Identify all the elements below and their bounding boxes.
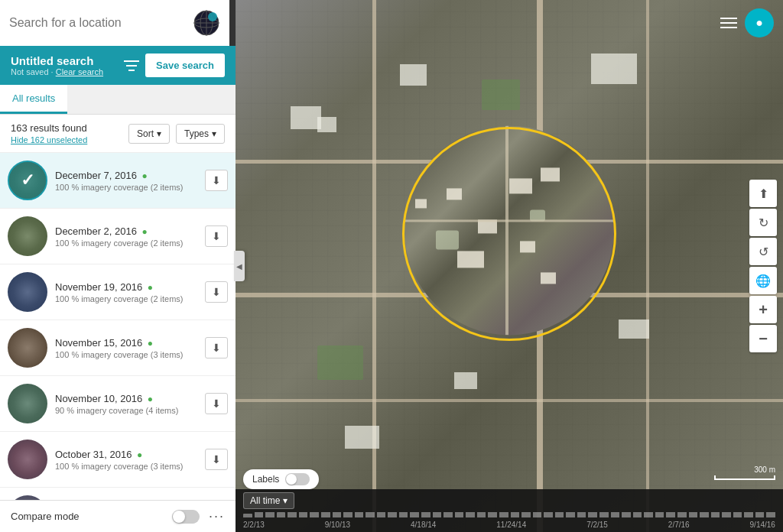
timeline-bar-item <box>277 512 286 517</box>
timeline-label: 9/10/13 <box>325 521 350 529</box>
timeline-bar-item <box>566 512 575 517</box>
result-action: ⬇ <box>205 225 228 247</box>
status-dot: ● <box>142 170 148 181</box>
download-button[interactable]: ⬇ <box>205 449 228 470</box>
result-info: November 10, 2016 ● 90 % imagery coverag… <box>55 393 197 415</box>
result-info: November 19, 2016 ● 100 % imagery covera… <box>55 281 197 303</box>
compare-toggle[interactable] <box>172 510 200 524</box>
globe-map-btn[interactable]: 🌐 <box>749 267 777 294</box>
status-dot: ● <box>148 282 153 293</box>
result-thumbnail: ✓ <box>8 161 47 200</box>
upload-btn[interactable]: ⬆ <box>749 180 777 207</box>
zoom-out-btn[interactable]: − <box>749 325 777 352</box>
collapse-handle[interactable]: ◀ <box>234 251 245 281</box>
results-area: 163 results found Hide 162 unselected So… <box>0 115 236 500</box>
timeline-bar-item <box>711 512 720 517</box>
tab-all-results[interactable]: All results <box>0 85 67 114</box>
search-subtitle: Not saved · Clear search <box>11 67 103 76</box>
more-button[interactable]: ··· <box>209 508 225 524</box>
timeline-bar-item <box>611 512 620 517</box>
result-meta: 100 % imagery coverage (3 items) <box>55 350 197 359</box>
search-input[interactable] <box>9 16 187 30</box>
rotate-ccw-btn[interactable]: ↺ <box>749 238 777 265</box>
download-button[interactable]: ⬇ <box>205 337 228 358</box>
all-time-button[interactable]: All time ▾ <box>243 492 294 509</box>
sort-button[interactable]: Sort ▾ <box>128 124 170 144</box>
status-dot: ● <box>142 226 148 237</box>
timeline-bar-item <box>689 512 698 517</box>
result-thumbnail <box>8 440 47 479</box>
result-thumbnail <box>8 328 47 368</box>
list-item[interactable]: October 31, 2016 ● 100 % imagery coverag… <box>0 432 236 488</box>
timeline-bar-item <box>433 512 442 517</box>
download-button[interactable]: ⬇ <box>205 393 228 414</box>
save-search-button[interactable]: Save search <box>145 54 225 77</box>
hide-unselected-link[interactable]: Hide 162 unselected <box>11 135 87 144</box>
globe-icon <box>193 9 220 37</box>
timeline-bar-item <box>366 512 375 517</box>
timeline-bar-item <box>377 512 386 517</box>
timeline-bar-item <box>477 512 486 517</box>
timeline-bar-item <box>511 512 520 517</box>
timeline-bar-item <box>343 512 353 517</box>
rotate-cw-btn[interactable]: ↻ <box>749 209 777 236</box>
list-item[interactable]: November 10, 2016 ● 90 % imagery coverag… <box>0 376 236 432</box>
list-item[interactable]: ✓ December 7, 2016 ● 100 % imagery cover… <box>0 153 236 209</box>
search-title: Untitled search <box>11 54 103 67</box>
list-item[interactable]: December 2, 2016 ● 100 % imagery coverag… <box>0 209 236 264</box>
result-info: October 31, 2016 ● 100 % imagery coverag… <box>55 449 197 471</box>
timeline-bar-item <box>588 512 597 517</box>
labels-switch[interactable] <box>285 473 310 485</box>
result-meta: 100 % imagery coverage (3 items) <box>55 462 197 471</box>
labels-toggle[interactable]: Labels <box>243 469 319 489</box>
types-button[interactable]: Types ▾ <box>176 124 225 144</box>
result-thumbnail <box>8 384 47 423</box>
results-count-group: 163 results found Hide 162 unselected <box>11 122 87 144</box>
timeline-bar-item <box>410 512 419 517</box>
timeline-bar-item <box>644 512 653 517</box>
timeline-bar-item <box>299 512 308 517</box>
timeline-bar-item <box>355 512 364 517</box>
list-item[interactable]: November 15, 2016 ● 100 % imagery covera… <box>0 320 236 376</box>
check-overlay: ✓ <box>9 162 46 199</box>
zoom-in-btn[interactable]: + <box>749 296 777 323</box>
filter-icon <box>124 60 139 72</box>
result-date: October 31, 2016 ● <box>55 449 197 460</box>
results-filters: Sort ▾ Types ▾ <box>128 124 225 144</box>
list-item[interactable]: November 19, 2016 ● 100 % imagery covera… <box>0 264 236 320</box>
timeline-bar-item <box>399 512 408 517</box>
avatar-initials: ● <box>755 16 763 30</box>
list-item[interactable]: October 30, 2016 ● 100 % imagery coverag… <box>0 488 236 500</box>
result-action: ⬇ <box>205 393 228 414</box>
top-right-controls: ● <box>720 8 783 37</box>
map-area[interactable]: ⬆ ↻ ↺ 🌐 + − 300 m Labels All time ▾ <box>236 0 783 532</box>
search-box[interactable] <box>0 0 229 46</box>
scale-line <box>714 475 775 480</box>
timeline-bar-item <box>655 512 664 517</box>
status-dot: ● <box>148 338 153 349</box>
svg-point-5 <box>208 12 217 21</box>
clear-search-link[interactable]: Clear search <box>56 67 103 76</box>
timeline-label: 9/14/16 <box>750 521 775 529</box>
compare-footer: Compare mode ··· <box>0 500 236 532</box>
result-date: December 7, 2016 ● <box>55 170 197 181</box>
download-button[interactable]: ⬇ <box>205 281 228 303</box>
hamburger-menu[interactable] <box>720 18 737 28</box>
timeline-bar-item <box>265 512 275 517</box>
timeline-chart[interactable] <box>236 512 783 519</box>
download-button[interactable]: ⬇ <box>205 225 228 247</box>
download-button[interactable]: ⬇ <box>205 170 228 191</box>
timeline-bar-item <box>310 512 319 517</box>
timeline-bar-item <box>677 512 687 517</box>
timeline-bar-item <box>599 512 609 517</box>
result-meta: 100 % imagery coverage (2 items) <box>55 238 197 248</box>
timeline-bar-item <box>455 512 464 517</box>
labels-knob <box>286 474 297 485</box>
timeline-bar-item <box>700 512 709 517</box>
result-date: November 10, 2016 ● <box>55 393 197 404</box>
timeline-bar-item <box>288 512 297 517</box>
timeline-bar-item <box>722 512 731 517</box>
search-header-actions: Save search <box>124 54 225 77</box>
filter-icon-btn[interactable] <box>124 60 139 72</box>
user-avatar[interactable]: ● <box>745 8 774 37</box>
